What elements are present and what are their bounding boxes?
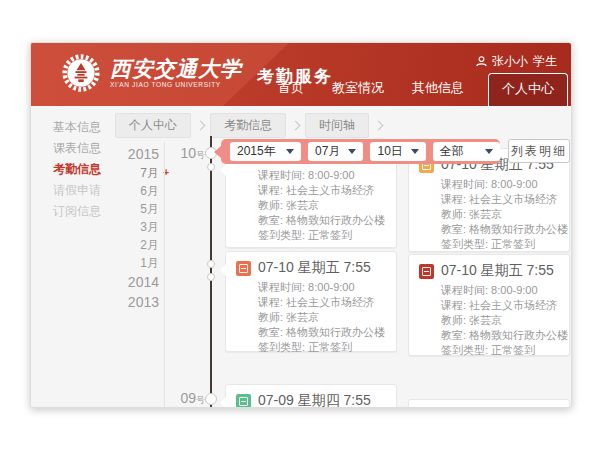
breadcrumb-attendance-info[interactable]: 考勤信息 [210, 113, 286, 138]
user-role: 学生 [533, 53, 557, 70]
card-detail-line: 课程时间: 8:00-9:00 [409, 283, 569, 298]
attendance-card[interactable]: 07-09 星期四 7:55 [225, 384, 397, 407]
card-detail-line: 课程: 社会主义市场经济 [409, 192, 569, 207]
nav-item-other-info[interactable]: 其他信息 [398, 79, 478, 106]
university-seal-icon [61, 53, 101, 93]
chevron-down-icon [485, 149, 493, 154]
attendance-status-icon [236, 261, 251, 276]
attendance-card[interactable]: 课程时间: 8:00-9:00 课程: 社会主义市场经济 教师: 张芸京 教室:… [225, 151, 397, 248]
card-detail-line: 教室: 格物致知行政办公楼 [409, 328, 569, 343]
timeline-day-marker: 09号 [171, 389, 205, 407]
brand-text: 西安交通大学 XI'AN JIAO TONG UNIVERSITY [110, 58, 242, 88]
content-area: 基本信息 课表信息 考勤信息 请假申请 订阅信息 个人中心 考勤信息 时间轴 2… [31, 106, 571, 407]
timeline-nav-month[interactable]: 2月 [31, 236, 159, 254]
nav-item-home[interactable]: 首页 [264, 79, 318, 106]
university-name-en: XI'AN JIAO TONG UNIVERSITY [110, 81, 242, 88]
card-detail-line: 课程时间: 8:00-9:00 [226, 280, 396, 295]
app-header: 西安交通大学 XI'AN JIAO TONG UNIVERSITY 考勤服务 张… [31, 43, 571, 106]
attendance-status-icon [419, 264, 434, 279]
page-background: 西安交通大学 XI'AN JIAO TONG UNIVERSITY 考勤服务 张… [0, 0, 600, 450]
timeline-nav-month[interactable]: 1月 [31, 254, 159, 272]
breadcrumb-personal-center[interactable]: 个人中心 [115, 113, 191, 138]
card-detail-line: 教室: 格物致知行政办公楼 [226, 325, 396, 340]
timeline-year-nav: 2015 7月+ 6月 5月 3月 2月 1月 2014 2013 [31, 144, 159, 312]
chevron-down-icon [286, 149, 294, 154]
timeline-nav-month[interactable]: 5月 [31, 200, 159, 218]
chevron-down-icon [348, 149, 356, 154]
user-name: 张小小 [492, 53, 528, 70]
timeline-nav-month-active[interactable]: 7月+ [31, 164, 159, 182]
card-detail-line: 教师: 张芸京 [409, 313, 569, 328]
card-detail-line: 签到类型: 正常签到 [226, 340, 396, 355]
timeline-nav-year[interactable]: 2015 [31, 144, 159, 164]
timeline-nav-year[interactable]: 2013 [31, 292, 159, 312]
timeline-axis [210, 136, 212, 407]
attendance-card[interactable]: 07-10 星期五 7:55 课程时间: 8:00-9:00 课程: 社会主义市… [408, 254, 570, 356]
list-detail-button[interactable]: 列表明细 [508, 139, 570, 163]
column-divider [164, 142, 165, 407]
breadcrumb: 个人中心 考勤信息 时间轴 [115, 113, 381, 138]
card-detail-line: 教师: 张芸京 [409, 207, 569, 222]
timeline-nav-month[interactable]: 3月 [31, 218, 159, 236]
attendance-card[interactable]: 07-10 星期五 7:55 课程时间: 8:00-9:00 课程: 社会主义市… [225, 251, 397, 352]
timeline-node[interactable] [207, 163, 215, 171]
user-info[interactable]: 张小小 学生 [476, 53, 557, 70]
nav-item-personal-center[interactable]: 个人中心 [488, 73, 568, 106]
timeline-nav-month[interactable]: 6月 [31, 182, 159, 200]
card-title: 07-10 星期五 7:55 [258, 259, 371, 277]
card-detail-line: 教室: 格物致知行政办公楼 [226, 213, 396, 228]
type-select[interactable]: 全部 [433, 142, 500, 161]
nav-item-classrooms[interactable]: 教室情况 [318, 79, 398, 106]
timeline-node[interactable] [205, 393, 217, 405]
year-select[interactable]: 2015年 [230, 142, 301, 161]
card-detail-line: 课程: 社会主义市场经济 [409, 298, 569, 313]
attendance-status-icon [236, 394, 251, 408]
university-name-zh: 西安交通大学 [110, 58, 242, 80]
card-detail-line: 签到类型: 正常签到 [409, 237, 569, 252]
card-detail-line: 签到类型: 正常签到 [226, 228, 396, 243]
card-detail-line: 教室: 格物致知行政办公楼 [409, 222, 569, 237]
day-select[interactable]: 10日 [370, 142, 425, 161]
breadcrumb-chevron-icon [291, 121, 301, 131]
person-icon [476, 56, 487, 67]
breadcrumb-timeline[interactable]: 时间轴 [305, 113, 369, 138]
timeline-node[interactable] [207, 273, 215, 281]
card-title: 07-09 星期四 7:55 [258, 392, 371, 407]
card-detail-line: 课程时间: 8:00-9:00 [226, 168, 396, 183]
main-nav: 首页 教室情况 其他信息 个人中心 [264, 73, 571, 106]
timeline-node[interactable] [207, 260, 215, 268]
breadcrumb-chevron-icon [196, 121, 206, 131]
card-detail-line: 课程时间: 8:00-9:00 [409, 177, 569, 192]
card-detail-line: 教师: 张芸京 [226, 198, 396, 213]
breadcrumb-chevron-icon [374, 121, 384, 131]
app-window: 西安交通大学 XI'AN JIAO TONG UNIVERSITY 考勤服务 张… [30, 42, 572, 408]
date-filter-bubble: 2015年 07月 10日 全部 [221, 139, 500, 164]
month-select[interactable]: 07月 [308, 142, 363, 161]
timeline-nav-year[interactable]: 2014 [31, 272, 159, 292]
card-detail-line: 签到类型: 正常签到 [409, 343, 569, 358]
card-detail-line: 课程: 社会主义市场经济 [226, 183, 396, 198]
sidebar-item-basic-info[interactable]: 基本信息 [53, 119, 101, 136]
card-detail-line: 课程: 社会主义市场经济 [226, 295, 396, 310]
chevron-down-icon [411, 149, 419, 154]
card-detail-line: 教师: 张芸京 [226, 310, 396, 325]
timeline-day-marker: 10号 [171, 144, 205, 162]
attendance-card-partial[interactable] [408, 399, 570, 407]
card-title: 07-10 星期五 7:55 [441, 262, 554, 280]
